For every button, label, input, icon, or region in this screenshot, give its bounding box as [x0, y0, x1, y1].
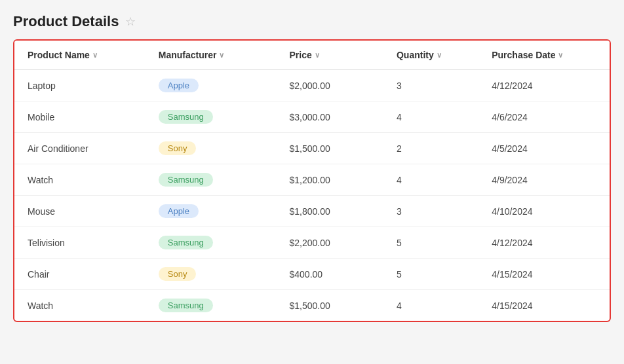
cell-manufacturer: Sony: [146, 259, 277, 290]
cell-product-name: Watch: [14, 290, 146, 321]
cell-price: $1,200.00: [277, 164, 383, 196]
cell-manufacturer: Samsung: [146, 227, 277, 259]
cell-product-name: Watch: [14, 164, 146, 196]
manufacturer-badge: Apple: [159, 79, 199, 92]
sort-icon-purchase-date: ∨: [558, 51, 563, 60]
cell-quantity: 4: [383, 164, 478, 196]
sort-icon-price: ∨: [315, 51, 320, 60]
table-row: Chair Sony $400.00 5 4/15/2024: [14, 259, 610, 290]
col-header-product-name[interactable]: Product Name ∨: [14, 41, 146, 70]
cell-price: $1,500.00: [277, 290, 383, 321]
col-header-price[interactable]: Price ∨: [277, 41, 383, 70]
cell-product-name: Mobile: [14, 101, 146, 133]
sort-icon-product: ∨: [92, 51, 98, 60]
table-header-row: Product Name ∨ Manufacturer ∨ Price ∨: [14, 41, 610, 70]
cell-quantity: 3: [383, 196, 478, 227]
cell-purchase-date: 4/6/2024: [478, 101, 610, 133]
manufacturer-badge: Samsung: [159, 110, 213, 124]
star-icon[interactable]: ☆: [125, 14, 136, 29]
table-row: Telivision Samsung $2,200.00 5 4/12/2024: [14, 227, 610, 259]
cell-manufacturer: Apple: [146, 196, 277, 227]
product-table: Product Name ∨ Manufacturer ∨ Price ∨: [14, 41, 610, 321]
cell-product-name: Air Conditioner: [14, 133, 146, 164]
cell-quantity: 2: [383, 133, 478, 164]
cell-purchase-date: 4/12/2024: [478, 70, 610, 101]
cell-quantity: 5: [383, 227, 478, 259]
sort-icon-quantity: ∨: [437, 51, 442, 60]
table-row: Mouse Apple $1,800.00 3 4/10/2024: [14, 196, 610, 227]
cell-price: $3,000.00: [277, 101, 383, 133]
cell-purchase-date: 4/10/2024: [478, 196, 610, 227]
table-row: Mobile Samsung $3,000.00 4 4/6/2024: [14, 101, 610, 133]
cell-purchase-date: 4/15/2024: [478, 259, 610, 290]
cell-purchase-date: 4/5/2024: [478, 133, 610, 164]
cell-price: $1,500.00: [277, 133, 383, 164]
page-title: Product Details: [13, 13, 119, 30]
cell-purchase-date: 4/9/2024: [478, 164, 610, 196]
page-header: Product Details ☆: [13, 7, 611, 39]
cell-quantity: 5: [383, 259, 478, 290]
manufacturer-badge: Samsung: [159, 299, 213, 312]
cell-product-name: Telivision: [14, 227, 146, 259]
manufacturer-badge: Samsung: [159, 173, 213, 187]
cell-manufacturer: Samsung: [146, 164, 277, 196]
cell-quantity: 4: [383, 290, 478, 321]
cell-price: $2,200.00: [277, 227, 383, 259]
table-body: Laptop Apple $2,000.00 3 4/12/2024 Mobil…: [14, 70, 610, 321]
cell-price: $2,000.00: [277, 70, 383, 101]
manufacturer-badge: Sony: [159, 141, 197, 155]
cell-manufacturer: Apple: [146, 70, 277, 101]
cell-price: $1,800.00: [277, 196, 383, 227]
col-header-manufacturer[interactable]: Manufacturer ∨: [146, 41, 277, 70]
manufacturer-badge: Apple: [159, 204, 199, 218]
cell-product-name: Laptop: [14, 70, 146, 101]
table-row: Watch Samsung $1,500.00 4 4/15/2024: [14, 290, 610, 321]
col-header-purchase-date[interactable]: Purchase Date ∨: [478, 41, 610, 70]
col-header-quantity[interactable]: Quantity ∨: [383, 41, 478, 70]
cell-manufacturer: Samsung: [146, 290, 277, 321]
cell-product-name: Mouse: [14, 196, 146, 227]
table-row: Watch Samsung $1,200.00 4 4/9/2024: [14, 164, 610, 196]
cell-price: $400.00: [277, 259, 383, 290]
table-row: Air Conditioner Sony $1,500.00 2 4/5/202…: [14, 133, 610, 164]
sort-icon-manufacturer: ∨: [219, 51, 224, 60]
table-row: Laptop Apple $2,000.00 3 4/12/2024: [14, 70, 610, 101]
cell-manufacturer: Sony: [146, 133, 277, 164]
cell-quantity: 4: [383, 101, 478, 133]
table-container: Product Name ∨ Manufacturer ∨ Price ∨: [13, 39, 611, 322]
cell-purchase-date: 4/15/2024: [478, 290, 610, 321]
cell-quantity: 3: [383, 70, 478, 101]
cell-purchase-date: 4/12/2024: [478, 227, 610, 259]
cell-product-name: Chair: [14, 259, 146, 290]
manufacturer-badge: Samsung: [159, 236, 213, 249]
manufacturer-badge: Sony: [159, 267, 197, 281]
cell-manufacturer: Samsung: [146, 101, 277, 133]
